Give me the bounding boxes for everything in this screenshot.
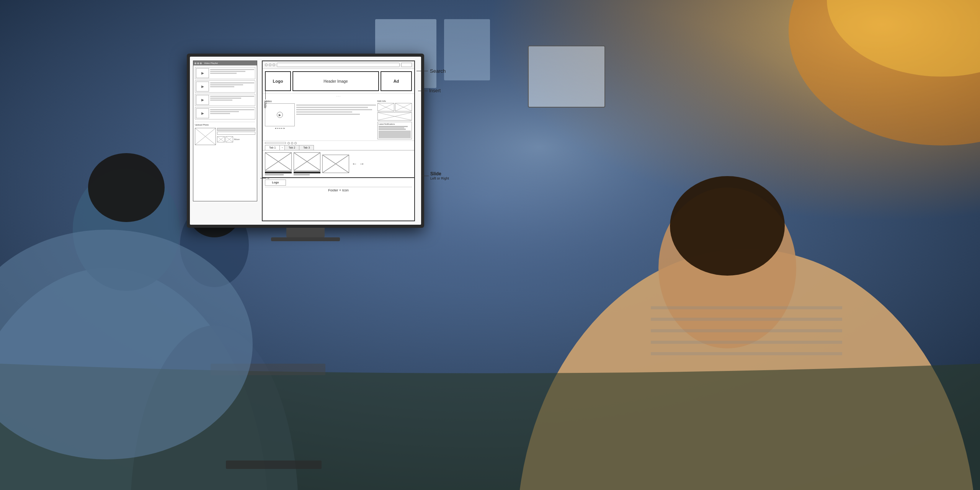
slide-vert-line: [265, 90, 266, 100]
lp-play-icon-3: ▶: [201, 98, 204, 102]
logo-box: Logo: [265, 71, 291, 91]
gallery-bar-1: [265, 172, 292, 173]
tab-dot-1: [287, 142, 290, 144]
lp-play-icon: ▶: [201, 71, 204, 75]
lp-line2: [210, 71, 245, 72]
gallery-x2: [294, 153, 320, 170]
monitor-bezel: Video Playlist ▶: [187, 54, 424, 228]
gallery-item-1: [265, 152, 292, 171]
gallery-x3: [323, 155, 349, 173]
edit-cell-2: [395, 103, 412, 111]
lp-line4: [210, 82, 254, 83]
video-text-block: [296, 105, 376, 115]
monitor-screen: Video Playlist ▶: [190, 57, 421, 225]
slide-lr-sub: Left or Right: [430, 176, 449, 180]
lp-upload-area: More: [193, 127, 257, 146]
vt-line-4: [296, 111, 352, 113]
lp-video-item: ▶: [195, 67, 255, 79]
footer-section: Logo Footer + Icon: [263, 177, 414, 194]
lp-sm-x1: [217, 137, 224, 142]
keyboard: [226, 461, 322, 469]
svg-rect-20: [444, 19, 490, 80]
tab-1[interactable]: Tab 1: [265, 145, 280, 150]
vt-line-2: [296, 107, 368, 108]
lp-play-icon-4: ▶: [201, 111, 204, 115]
tab-dots: [287, 142, 297, 144]
video-controls: ◄ ● ● ● ►: [265, 127, 295, 129]
insert-line: [418, 91, 428, 91]
tab-2[interactable]: Tab 2: [285, 145, 299, 150]
gallery-nav: ← →: [352, 161, 364, 167]
lp-upload-right: More: [217, 128, 255, 142]
progress-bar: [265, 142, 286, 144]
notif-line-1: [379, 126, 408, 127]
lp-dot3: [200, 62, 202, 64]
lp-play-icon-2: ▶: [201, 85, 204, 88]
conn-line-lr: [260, 178, 266, 178]
annotation-slide-lr: Slide Left or Right: [421, 171, 449, 180]
lp-video-thumb-2: ▶: [196, 82, 209, 91]
tabs-row: Tab 1 + Tab 2 Tab 3: [263, 144, 414, 150]
gallery-item-3-container: [322, 155, 349, 173]
lp-upload-label: Upload Photo: [193, 123, 257, 127]
tab-3[interactable]: Tab 3: [299, 145, 314, 150]
edit-cell-1: [377, 103, 394, 111]
tab-add[interactable]: +: [280, 145, 285, 150]
tab-dot-2: [291, 142, 293, 144]
lp-video-item-2: ▶: [195, 80, 255, 93]
annotation-slide-vertical: Slide: [263, 90, 267, 108]
notif-line-2: [379, 127, 404, 129]
gallery-item-3: [322, 155, 349, 173]
lp-line7: [210, 96, 254, 97]
gallery-sub-2: [294, 174, 310, 175]
header-section: Logo Header Image Ad: [263, 69, 414, 94]
edit-x2: [395, 103, 412, 111]
svg-rect-16: [651, 352, 842, 355]
lp-title-text: Video Playlist: [204, 62, 218, 64]
lp-small-images: More: [217, 136, 255, 142]
lp-video-thumb: ▶: [196, 68, 209, 78]
lp-rect-2: [217, 132, 255, 135]
vt-line-1: [296, 105, 376, 106]
video-label: Video: [265, 100, 295, 103]
gallery-bar-2: [294, 172, 320, 173]
connection-arrow-lr: →: [260, 176, 270, 180]
browser-bar: [263, 61, 414, 69]
gallery-item-1-container: [265, 152, 292, 175]
lp-line3: [210, 73, 237, 74]
video-play-btn[interactable]: ▶: [277, 112, 283, 118]
svg-point-5: [88, 153, 165, 222]
lp-video-thumb-4: ▶: [196, 108, 209, 118]
gallery-prev-arrow[interactable]: ←: [352, 161, 357, 167]
svg-rect-13: [651, 318, 842, 321]
lp-line8: [210, 98, 241, 99]
lp-sm-img-1: [217, 136, 225, 142]
tab-dot-3: [294, 142, 297, 144]
svg-rect-12: [651, 306, 842, 309]
room-background: [0, 0, 980, 490]
dots-row: · · ·: [263, 94, 414, 99]
gallery-section: ← →: [263, 150, 414, 177]
browser-search-btn[interactable]: [401, 63, 412, 67]
lp-rect-1: [217, 128, 255, 131]
slide-lr-line: [421, 176, 429, 176]
right-panel-wireframe: Logo Header Image Ad · · ·: [262, 60, 415, 221]
svg-rect-14: [651, 329, 842, 332]
lp-line1: [210, 69, 254, 70]
monitor-assembly: Video Playlist ▶: [187, 54, 424, 241]
lp-big-x: [195, 128, 216, 145]
gallery-sub-1: [265, 174, 284, 175]
notifications-label: Latest Notifications: [379, 123, 411, 125]
notif-line-3: [379, 129, 406, 130]
browser-url-bar[interactable]: [277, 63, 400, 67]
edit-cell-3: [377, 112, 412, 121]
progress-tabs-row: [263, 141, 414, 144]
vt-line-3: [296, 109, 372, 110]
header-image-box: Header Image: [292, 71, 379, 91]
notification-items: [379, 126, 411, 130]
annotation-search: Search: [416, 68, 446, 74]
conn-arrow-lr: →: [266, 176, 270, 180]
lp-dot1: [194, 62, 196, 64]
gallery-next-arrow[interactable]: →: [359, 161, 364, 167]
footer-row-1: Logo: [265, 180, 412, 186]
